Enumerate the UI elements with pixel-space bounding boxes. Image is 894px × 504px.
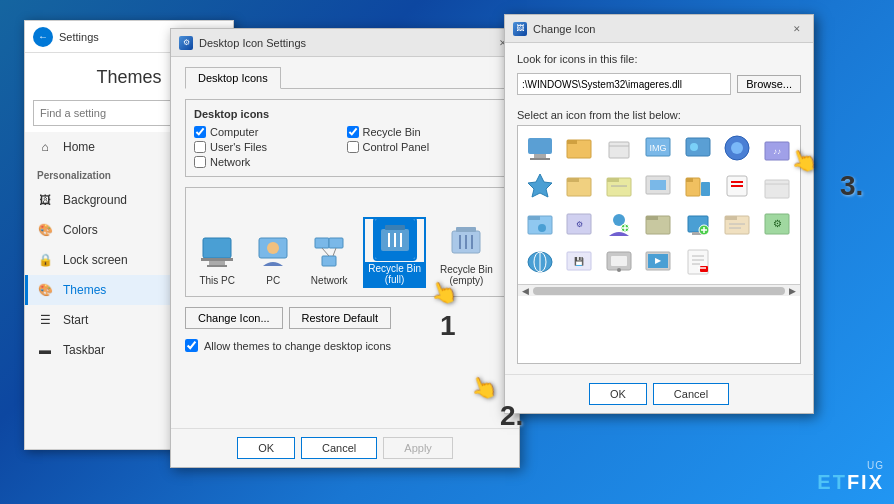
icon-recycle-empty-img xyxy=(446,221,486,261)
icon-recycle-full-img xyxy=(375,219,415,259)
grid-icon-16[interactable] xyxy=(601,206,637,242)
checkbox-recyclebin-input[interactable] xyxy=(347,126,359,138)
brand-watermark: UG ETFIX xyxy=(817,460,884,494)
checkbox-recycle-bin[interactable]: Recycle Bin xyxy=(347,126,497,138)
scroll-left-arrow[interactable]: ◀ xyxy=(520,286,531,296)
svg-rect-39 xyxy=(607,178,619,182)
grid-icon-1[interactable] xyxy=(561,130,597,166)
svg-rect-42 xyxy=(650,180,666,190)
svg-rect-12 xyxy=(385,225,405,230)
scrollbar-area[interactable]: ◀ ▶ xyxy=(518,284,800,296)
change-icon-ok-button[interactable]: OK xyxy=(589,383,647,405)
restore-default-button[interactable]: Restore Default xyxy=(289,307,391,329)
grid-icon-25[interactable] xyxy=(680,244,716,280)
cancel-button[interactable]: Cancel xyxy=(301,437,377,459)
change-icon-close[interactable]: ✕ xyxy=(789,21,805,37)
svg-rect-88 xyxy=(700,266,708,272)
grid-icon-11[interactable] xyxy=(680,168,716,204)
svg-rect-17 xyxy=(456,227,476,232)
scroll-right-arrow[interactable]: ▶ xyxy=(787,286,798,296)
icon-grid: IMG ♪♪ xyxy=(518,126,800,284)
grid-icon-0[interactable] xyxy=(522,130,558,166)
colors-icon: 🎨 xyxy=(37,222,53,238)
grid-icon-9[interactable] xyxy=(601,168,637,204)
checkbox-grid: Computer Recycle Bin User's Files Contro… xyxy=(194,126,496,168)
svg-rect-25 xyxy=(567,140,577,144)
step-1: 1 xyxy=(440,310,456,342)
icon-preview-area: This PC PC xyxy=(185,187,505,297)
checkbox-computer[interactable]: Computer xyxy=(194,126,344,138)
change-icon-controls: ✕ xyxy=(789,21,805,37)
back-button[interactable]: ← xyxy=(33,27,53,47)
checkbox-controlpanel-label: Control Panel xyxy=(363,141,430,153)
grid-icon-14[interactable] xyxy=(522,206,558,242)
grid-icon-19[interactable] xyxy=(719,206,755,242)
file-path-input[interactable] xyxy=(517,73,731,95)
grid-icon-22[interactable]: 💾 xyxy=(561,244,597,280)
grid-icon-2[interactable] xyxy=(601,130,637,166)
svg-rect-6 xyxy=(315,238,329,248)
grid-icon-13[interactable] xyxy=(759,168,795,204)
checkbox-controlpanel-input[interactable] xyxy=(347,141,359,153)
svg-rect-79 xyxy=(611,256,627,266)
browse-button[interactable]: Browse... xyxy=(737,75,801,93)
icon-network-label: Network xyxy=(311,275,348,286)
sidebar-item-background-label: Background xyxy=(63,193,127,207)
brand-main: ETFIX xyxy=(817,471,884,494)
svg-rect-21 xyxy=(528,138,552,154)
grid-icon-4[interactable] xyxy=(680,130,716,166)
icon-pc-label: PC xyxy=(266,275,280,286)
settings-title: Settings xyxy=(59,31,99,43)
icon-recycle-full[interactable]: Recycle Bin(full) xyxy=(365,219,424,286)
icon-network-img xyxy=(309,232,349,272)
grid-icon-23[interactable] xyxy=(601,244,637,280)
grid-icon-5[interactable] xyxy=(719,130,755,166)
brand-top: UG xyxy=(867,460,884,471)
svg-rect-52 xyxy=(528,216,540,220)
allow-themes-checkbox[interactable] xyxy=(185,339,198,352)
svg-text:⚙: ⚙ xyxy=(772,218,781,229)
grid-icon-15[interactable]: ⚙ xyxy=(561,206,597,242)
grid-icon-20[interactable]: ⚙ xyxy=(759,206,795,242)
tab-bar: Desktop Icons xyxy=(185,67,505,89)
icon-pc[interactable]: PC xyxy=(253,232,293,286)
scrollbar-thumb[interactable] xyxy=(533,287,785,295)
desktop-icon-settings-dialog: ⚙ Desktop Icon Settings ✕ Desktop Icons … xyxy=(170,28,520,468)
tab-desktop-icons[interactable]: Desktop Icons xyxy=(185,67,281,89)
checkbox-control-panel[interactable]: Control Panel xyxy=(347,141,497,153)
icon-this-pc-label: This PC xyxy=(199,275,235,286)
checkbox-users-files[interactable]: User's Files xyxy=(194,141,344,153)
checkbox-network-input[interactable] xyxy=(194,156,206,168)
icon-network[interactable]: Network xyxy=(309,232,349,286)
svg-point-80 xyxy=(617,268,621,272)
checkbox-network[interactable]: Network xyxy=(194,156,344,168)
group-label: Desktop icons xyxy=(194,108,496,120)
grid-icon-18[interactable] xyxy=(680,206,716,242)
svg-rect-49 xyxy=(765,180,789,198)
titlebar-left: ⚙ Desktop Icon Settings xyxy=(179,36,306,50)
icon-this-pc[interactable]: This PC xyxy=(197,232,237,286)
change-icon-title: Change Icon xyxy=(533,23,595,35)
checkbox-usersfiles-label: User's Files xyxy=(210,141,267,153)
ok-button[interactable]: OK xyxy=(237,437,295,459)
change-icon-cancel-button[interactable]: Cancel xyxy=(653,383,729,405)
grid-icon-7[interactable] xyxy=(522,168,558,204)
grid-icon-21[interactable] xyxy=(522,244,558,280)
dialog-icon: ⚙ xyxy=(179,36,193,50)
grid-icon-8[interactable] xyxy=(561,168,597,204)
checkbox-recyclebin-label: Recycle Bin xyxy=(363,126,421,138)
sidebar-item-home-label: Home xyxy=(63,140,95,154)
bottom-buttons: Change Icon... Restore Default xyxy=(185,307,505,329)
grid-icon-10[interactable] xyxy=(640,168,676,204)
grid-icon-3[interactable]: IMG xyxy=(640,130,676,166)
apply-button[interactable]: Apply xyxy=(383,437,453,459)
grid-icon-17[interactable] xyxy=(640,206,676,242)
checkbox-usersfiles-input[interactable] xyxy=(194,141,206,153)
svg-text:💾: 💾 xyxy=(574,256,584,266)
change-icon-button[interactable]: Change Icon... xyxy=(185,307,283,329)
checkbox-computer-input[interactable] xyxy=(194,126,206,138)
sidebar-item-lockscreen-label: Lock screen xyxy=(63,253,128,267)
grid-icon-12[interactable] xyxy=(719,168,755,204)
grid-icon-24[interactable]: ▶ xyxy=(640,244,676,280)
svg-rect-3 xyxy=(207,265,227,267)
